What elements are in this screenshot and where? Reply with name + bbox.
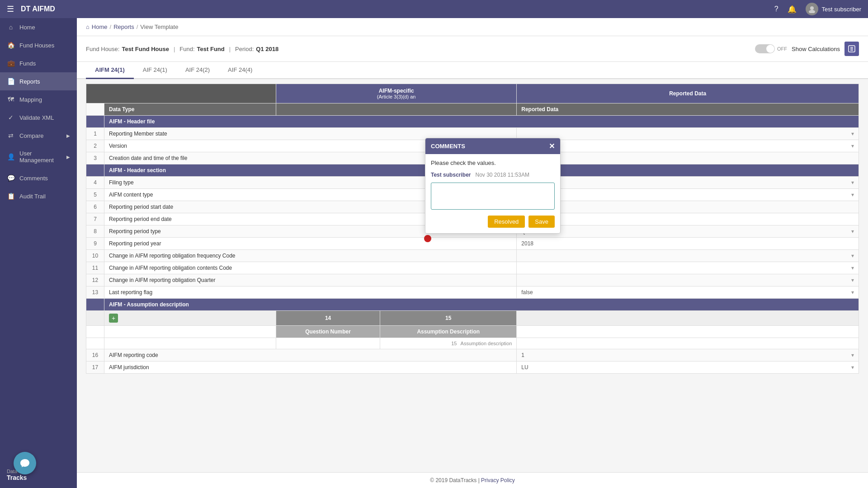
assumption-sub-row: 15 Assumption description bbox=[86, 338, 859, 349]
breadcrumb-home[interactable]: Home bbox=[92, 23, 108, 30]
row-num-2: 2 bbox=[86, 140, 104, 152]
assumption-blank bbox=[86, 311, 104, 326]
row-num-4: 4 bbox=[86, 177, 104, 189]
sidebar-item-reports[interactable]: 📄 Reports bbox=[0, 72, 77, 90]
fund-house-value: Test Fund House bbox=[122, 46, 169, 52]
home-breadcrumb-icon: ⌂ bbox=[86, 23, 90, 30]
row-value-3[interactable] bbox=[517, 152, 859, 164]
toggle-thumb bbox=[766, 45, 774, 53]
row-label-9: Reporting period year bbox=[104, 238, 517, 250]
audit-trail-icon: 📋 bbox=[7, 192, 15, 200]
toggle-switch[interactable]: OFF bbox=[755, 44, 787, 53]
row-value-8[interactable]: Q1 ▾ bbox=[517, 225, 859, 238]
comments-dialog: COMMENTS ✕ Please check the values. Test… bbox=[425, 138, 561, 234]
row-value-17[interactable]: LU ▾ bbox=[517, 361, 859, 374]
tab-aif-24-1[interactable]: AIF 24(1) bbox=[134, 62, 176, 79]
table-row: 10 Change in AIFM reporting obligation f… bbox=[86, 250, 859, 262]
period-label: Period: bbox=[235, 46, 254, 52]
aifm-spec-title: AIFM-specific bbox=[281, 88, 512, 94]
sidebar-item-comments[interactable]: 💬 Comments bbox=[0, 169, 77, 187]
row-value-11[interactable]: ▾ bbox=[517, 262, 859, 274]
row-num-12: 12 bbox=[86, 274, 104, 286]
row-value-4[interactable]: ▾ bbox=[517, 177, 859, 189]
th-num bbox=[86, 103, 104, 116]
row-value-13[interactable]: false ▾ bbox=[517, 286, 859, 299]
meta-sep1: | bbox=[174, 46, 175, 52]
sidebar-item-mapping[interactable]: 🗺 Mapping bbox=[0, 90, 77, 108]
brand-logo: DT AIFMD bbox=[21, 5, 55, 13]
comments-entry: Test subscriber Nov 30 2018 11:53AM bbox=[431, 172, 555, 178]
show-calculations-area: OFF Show Calculations bbox=[755, 42, 859, 56]
user-info[interactable]: Test subscriber bbox=[806, 3, 861, 15]
row-value-12[interactable]: ▾ bbox=[517, 274, 859, 286]
assumption-desc-label: Assumption Description bbox=[380, 326, 517, 338]
resolved-button[interactable]: Resolved bbox=[488, 216, 525, 228]
breadcrumb-current: View Template bbox=[140, 23, 178, 30]
row-num-16: 16 bbox=[86, 349, 104, 361]
home-icon: ⌂ bbox=[7, 23, 15, 31]
comments-close-btn[interactable]: ✕ bbox=[549, 142, 555, 150]
sidebar-item-funds[interactable]: 💼 Funds bbox=[0, 54, 77, 72]
privacy-policy-link[interactable]: Privacy Policy bbox=[481, 477, 515, 483]
footer: © 2019 DataTracks | Privacy Policy bbox=[77, 472, 868, 488]
table-row: 16 AIFM reporting code 1 ▾ bbox=[86, 349, 859, 361]
footer-copyright: © 2019 DataTracks bbox=[430, 477, 476, 483]
save-comment-button[interactable]: Save bbox=[528, 216, 555, 228]
comments-dialog-header: COMMENTS ✕ bbox=[425, 138, 560, 154]
sidebar-item-validate-xml[interactable]: ✓ Validate XML bbox=[0, 108, 77, 127]
sidebar-item-compare[interactable]: ⇄ Compare ▶ bbox=[0, 127, 77, 145]
comments-message: Please check the values. bbox=[431, 160, 555, 166]
tab-aif-24-2[interactable]: AIF 24(2) bbox=[176, 62, 219, 79]
sidebar-item-fund-houses[interactable]: 🏠 Fund Houses bbox=[0, 36, 77, 54]
dropdown-arrow-2: ▾ bbox=[851, 143, 854, 149]
blank-e bbox=[104, 338, 276, 349]
dropdown-arrow-10: ▾ bbox=[851, 253, 854, 259]
hamburger-icon[interactable]: ☰ bbox=[7, 4, 14, 14]
row-value-16[interactable]: 1 ▾ bbox=[517, 349, 859, 361]
comments-dialog-title: COMMENTS bbox=[431, 143, 465, 150]
top-navbar: ☰ DT AIFMD ? 🔔 Test subscriber bbox=[0, 0, 868, 18]
sidebar-item-audit-trail[interactable]: 📋 Audit Trail bbox=[0, 187, 77, 205]
add-assumption-btn[interactable]: + bbox=[109, 314, 118, 323]
fund-label: Fund: bbox=[179, 46, 194, 52]
row-num-5: 5 bbox=[86, 189, 104, 201]
bell-icon[interactable]: 🔔 bbox=[788, 5, 797, 14]
row-value-10[interactable]: ▾ bbox=[517, 250, 859, 262]
th-data-type: Data Type bbox=[104, 103, 276, 116]
section-label-aifm-header-file: AIFM - Header file bbox=[104, 116, 859, 128]
row-num-17: 17 bbox=[86, 361, 104, 374]
row-label-11: Change in AIFM reporting obligation cont… bbox=[104, 262, 517, 274]
sidebar-item-user-management[interactable]: 👤 User Management ▶ bbox=[0, 145, 77, 169]
article-subtitle: (Article 3(3)(d) an bbox=[281, 94, 512, 99]
row-label-17: AIFM jurisdiction bbox=[104, 361, 517, 374]
comment-marker[interactable] bbox=[424, 235, 431, 242]
row-num-3: 3 bbox=[86, 152, 104, 164]
comments-dialog-body: Please check the values. Test subscriber… bbox=[425, 154, 560, 233]
assumption-label-row: Question Number Assumption Description bbox=[86, 326, 859, 338]
user-mgmt-icon: 👤 bbox=[7, 153, 15, 160]
table-row: 13 Last reporting flag false ▾ bbox=[86, 286, 859, 299]
row-value-1[interactable]: ▾ bbox=[517, 128, 859, 140]
blank-g bbox=[517, 338, 859, 349]
report-header: Fund House: Test Fund House | Fund: Test… bbox=[77, 36, 868, 62]
help-icon[interactable]: ? bbox=[774, 5, 778, 13]
sidebar: ⌂ Home 🏠 Fund Houses 💼 Funds 📄 Reports 🗺… bbox=[0, 18, 77, 488]
row-value-5[interactable]: ▾ bbox=[517, 189, 859, 201]
row-value-2[interactable]: ▾ bbox=[517, 140, 859, 152]
row-value-6[interactable]: 2018-01-01 bbox=[517, 201, 859, 213]
question-number-label: Question Number bbox=[276, 326, 380, 338]
calc-icon-btn[interactable] bbox=[844, 42, 859, 56]
sidebar-item-home[interactable]: ⌂ Home bbox=[0, 18, 77, 36]
chat-button[interactable] bbox=[14, 452, 36, 474]
breadcrumb-reports[interactable]: Reports bbox=[113, 23, 134, 30]
row-value-7[interactable]: 2018-03-31 bbox=[517, 213, 859, 225]
num-15-cell: 15 Assumption description bbox=[380, 338, 517, 349]
fund-value: Test Fund bbox=[197, 46, 225, 52]
toggle-track[interactable] bbox=[755, 44, 775, 53]
col-14-header: 14 bbox=[276, 311, 380, 326]
comments-textarea[interactable] bbox=[431, 183, 555, 210]
dropdown-arrow-17: ▾ bbox=[851, 364, 854, 371]
tab-aifm-24-1[interactable]: AIFM 24(1) bbox=[86, 62, 134, 79]
tab-aif-24-4[interactable]: AIF 24(4) bbox=[219, 62, 261, 79]
row-value-9[interactable]: 2018 bbox=[517, 238, 859, 250]
